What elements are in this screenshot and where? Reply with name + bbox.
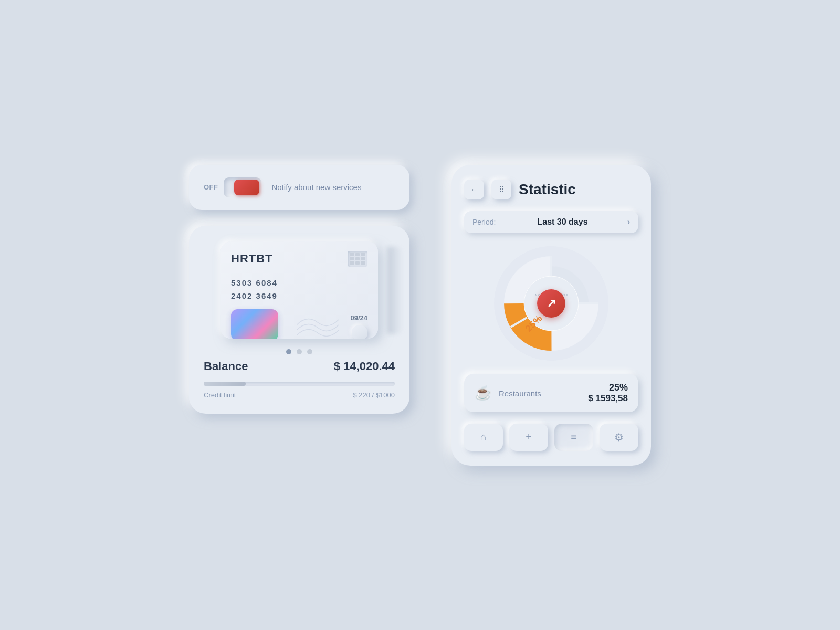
period-value: Last 30 days <box>537 217 587 227</box>
card-dots <box>202 349 397 354</box>
restaurant-left: ☕ Restaurants <box>475 385 541 401</box>
restaurant-card: ☕ Restaurants 25% $ 1593,58 <box>464 374 638 412</box>
card-holographic <box>231 309 278 339</box>
period-selector[interactable]: Period: Last 30 days › <box>464 211 638 233</box>
card-circle-btn[interactable] <box>352 325 368 339</box>
card-expiry-col: 09/24 <box>350 314 368 339</box>
card-number-line1: 5303 6084 <box>231 276 368 290</box>
card-brand: HRTBT <box>231 252 273 266</box>
credit-card: HRTBT <box>220 242 378 339</box>
back-button[interactable]: ← <box>464 180 484 200</box>
restaurant-right: 25% $ 1593,58 <box>588 382 628 404</box>
restaurant-percent: 25% <box>588 382 628 393</box>
chart-wrap: INCOME EXPENSE PURCHASE 25% <box>464 246 638 361</box>
card-numbers: 5303 6084 2402 3649 <box>231 276 368 303</box>
home-icon: ⌂ <box>480 431 487 443</box>
dot-1[interactable] <box>286 349 291 354</box>
add-icon: + <box>526 431 532 443</box>
grid-button[interactable]: ⠿ <box>491 180 511 200</box>
credit-limit-label: Credit limit <box>204 391 236 399</box>
card-expiry: 09/24 <box>350 314 368 322</box>
restaurant-icon: ☕ <box>475 385 491 401</box>
restaurant-amount: $ 1593,58 <box>588 393 628 404</box>
credit-bar <box>204 382 395 386</box>
nav-add-button[interactable]: + <box>509 424 548 451</box>
nav-cards-button[interactable]: ≡ <box>554 424 593 451</box>
cards-icon: ≡ <box>571 431 577 443</box>
period-label: Period: <box>472 218 496 226</box>
balance-label: Balance <box>204 360 248 373</box>
bottom-nav: ⌂ + ≡ ⚙ <box>464 424 638 451</box>
notify-toggle[interactable] <box>224 177 261 197</box>
credit-card-wrap: HRTBT <box>202 242 397 339</box>
settings-icon: ⚙ <box>614 431 624 444</box>
stat-title: Statistic <box>519 181 638 198</box>
nav-home-button[interactable]: ⌂ <box>464 424 503 451</box>
toggle-wrap: OFF <box>204 177 261 197</box>
dot-3[interactable] <box>307 349 312 354</box>
donut-chart: INCOME EXPENSE PURCHASE 25% <box>494 246 609 361</box>
card-section: HRTBT <box>189 226 410 414</box>
restaurant-name: Restaurants <box>499 389 541 398</box>
card-top-row: HRTBT <box>231 251 368 267</box>
credit-limit-value: $ 220 / $1000 <box>353 391 395 399</box>
balance-amount: $ 14,020.44 <box>334 360 395 373</box>
stat-header: ← ⠿ Statistic <box>464 180 638 200</box>
donut-center-button[interactable] <box>537 289 565 318</box>
right-panel: ← ⠿ Statistic Period: Last 30 days › <box>452 165 651 466</box>
credit-bar-fill <box>204 382 246 386</box>
card-wave-lines <box>297 309 339 339</box>
balance-row: Balance $ 14,020.44 <box>204 360 395 373</box>
period-chevron-icon: › <box>627 217 630 227</box>
card-bottom-row: 09/24 <box>231 309 368 339</box>
card-shadow <box>387 247 403 334</box>
toggle-knob <box>234 180 259 195</box>
chip-icon <box>348 251 368 267</box>
card-number-line2: 2402 3649 <box>231 289 368 303</box>
toggle-off-label: OFF <box>204 183 218 191</box>
balance-section: Balance $ 14,020.44 Credit limit $ 220 /… <box>202 360 397 399</box>
notify-label: Notify about new services <box>272 182 362 193</box>
credit-limit-row: Credit limit $ 220 / $1000 <box>204 391 395 399</box>
left-panel: OFF Notify about new services HRTBT <box>189 165 410 414</box>
dot-2[interactable] <box>297 349 302 354</box>
nav-settings-button[interactable]: ⚙ <box>600 424 638 451</box>
main-container: OFF Notify about new services HRTBT <box>168 144 672 487</box>
notify-card: OFF Notify about new services <box>189 165 410 210</box>
